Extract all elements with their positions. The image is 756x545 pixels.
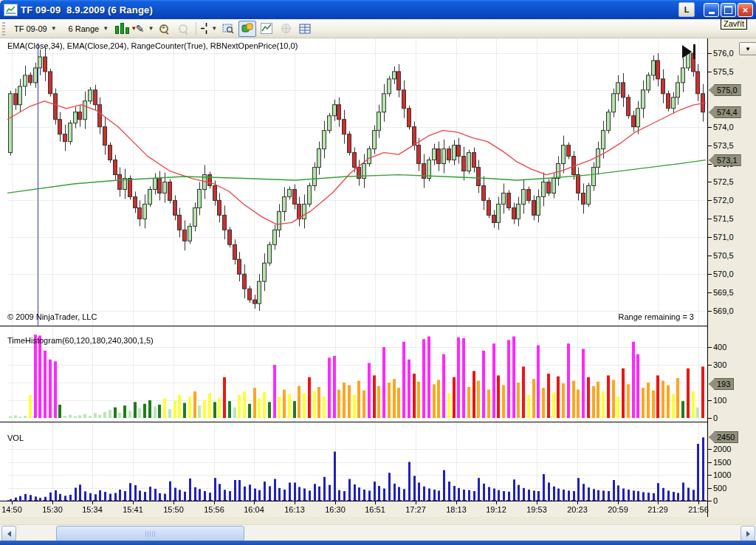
chart-trader-button[interactable] [238, 21, 256, 37]
price-tick-label-mark [708, 164, 712, 165]
volume-tick-label-mark [708, 488, 712, 489]
price-tick-label-mark [708, 127, 712, 128]
volume-label: VOL [7, 433, 24, 442]
time-tick-label: 19:12 [480, 505, 512, 514]
ninjatrader-chart-window: { "window": { "title": "TF 09-09 8.9.200… [0, 0, 756, 545]
end-bar [693, 44, 695, 59]
horizontal-scrollbar[interactable] [0, 524, 756, 541]
histogram-tick-label: 100 [713, 396, 726, 405]
chart-window-icon [6, 6, 16, 14]
price-tick-label-mark [708, 237, 712, 238]
price-tick-label-mark [708, 292, 712, 293]
price-tick-label-mark [708, 72, 712, 72]
histogram-tick-label-mark [708, 347, 712, 348]
chevron-down-icon: ▼ [103, 25, 109, 32]
time-tick-label: 17:27 [399, 505, 432, 514]
mini-chart-button[interactable] [258, 21, 275, 37]
scrollbar-thumb[interactable] [56, 526, 244, 541]
histogram-tick-label: 400 [713, 343, 726, 352]
chart-plot-canvas[interactable] [0, 38, 707, 517]
crosshair-icon [201, 23, 207, 34]
time-tick-label: 16:04 [238, 505, 270, 514]
link-button[interactable]: L [678, 2, 695, 17]
price-tag: 573,1 [709, 154, 741, 166]
price-tick-label-mark [708, 274, 712, 275]
interval-label: 6 Range [69, 24, 100, 33]
price-axis[interactable]: ▼ 576,0575,5574,0573,5573,0572,5572,0571… [707, 38, 756, 517]
time-tick-mark [537, 501, 537, 504]
toolbar-grip[interactable] [2, 22, 5, 35]
time-tick-mark [92, 501, 93, 504]
thumb-grip-icon [145, 531, 156, 537]
scroll-right-button[interactable] [740, 526, 755, 541]
zoom-window-button[interactable] [219, 21, 237, 37]
minimize-button[interactable] [704, 3, 719, 17]
window-titlebar[interactable]: TF 09-09 8.9.2009 (6 Range) L × [0, 0, 756, 19]
zoom-in-button[interactable]: + [155, 21, 173, 37]
go-to-last-bar-icon[interactable] [682, 44, 695, 59]
zoom-out-icon [179, 24, 188, 33]
minimize-icon [709, 12, 715, 14]
volume-tick-label: 500 [713, 484, 726, 493]
time-tick-mark [52, 501, 53, 504]
close-tooltip: Zavřít [721, 18, 747, 30]
price-tick-label-mark [708, 182, 712, 182]
time-tick-label: 16:30 [319, 505, 351, 514]
time-tick-mark [618, 501, 619, 504]
price-tick-label: 569,5 [713, 288, 734, 297]
global-link-button [277, 21, 295, 37]
pencil-icon: ✎ [136, 24, 145, 34]
zoom-out-button [174, 21, 192, 37]
time-tick-mark [698, 501, 699, 504]
window-icon [4, 4, 18, 16]
time-tick-label: 16:51 [359, 505, 391, 514]
zoom-window-icon [222, 23, 234, 34]
price-tick-label: 572,5 [713, 177, 734, 186]
chevron-down-icon: ▼ [211, 25, 217, 32]
volume-tick-label: 1000 [713, 470, 731, 479]
axis-dropdown-button[interactable]: ▼ [739, 42, 756, 55]
histogram-tick-label: 0 [713, 414, 718, 422]
time-tick-label: 15:41 [117, 505, 149, 514]
close-button[interactable]: × [738, 3, 753, 17]
toolbar-separator [196, 22, 196, 35]
chevron-down-icon: ▼ [51, 25, 57, 32]
time-tick-mark [658, 501, 659, 504]
chevron-down-icon: ▼ [148, 25, 154, 32]
close-icon: × [743, 4, 749, 16]
time-tick-mark [335, 501, 336, 504]
price-tick-label: 572,0 [713, 196, 734, 205]
time-tick-label: 21:29 [642, 505, 674, 514]
time-tick-label: 15:34 [76, 505, 109, 514]
time-tick-label: 15:56 [198, 505, 230, 514]
data-grid-button[interactable] [296, 21, 314, 37]
volume-tick-label-mark [708, 462, 712, 463]
time-tick-mark [254, 501, 255, 504]
drawing-tools-button[interactable]: ✎ ▼ [136, 21, 154, 37]
play-triangle [682, 45, 692, 58]
time-tick-label: 20:59 [602, 505, 634, 514]
zoom-in-icon: + [159, 24, 168, 33]
time-tick-mark [416, 501, 416, 504]
interval-dropdown[interactable]: 6 Range ▼ [64, 22, 114, 35]
price-tag: 575,0 [709, 84, 741, 96]
bottom-filler [0, 517, 756, 524]
time-tick-mark [133, 501, 134, 504]
price-tick-label: 569,0 [713, 306, 734, 315]
restore-button[interactable] [721, 3, 736, 17]
time-tick-label: 20:23 [561, 505, 594, 514]
time-tick-mark [496, 501, 497, 504]
candlestick-icon [114, 24, 130, 34]
cursor-crosshair-button[interactable]: ▼ [200, 21, 218, 37]
indicator-label: EMA(Close,34), EMA(Close,204), RangeCoun… [7, 41, 298, 50]
scroll-left-button[interactable] [1, 526, 16, 541]
window-bottom-border [0, 541, 756, 545]
restore-icon [724, 6, 732, 14]
time-tick-label: 18:13 [440, 505, 472, 514]
instrument-dropdown[interactable]: TF 09-09 ▼ [10, 22, 61, 35]
time-axis[interactable]: 14:5015:3015:3415:4115:5015:5616:0416:13… [0, 501, 707, 517]
window-title: TF 09-09 8.9.2009 (6 Range) [21, 4, 153, 16]
time-tick-mark [214, 501, 215, 504]
time-tick-mark [577, 501, 578, 504]
chart-style-button[interactable]: ▼ [117, 21, 134, 37]
